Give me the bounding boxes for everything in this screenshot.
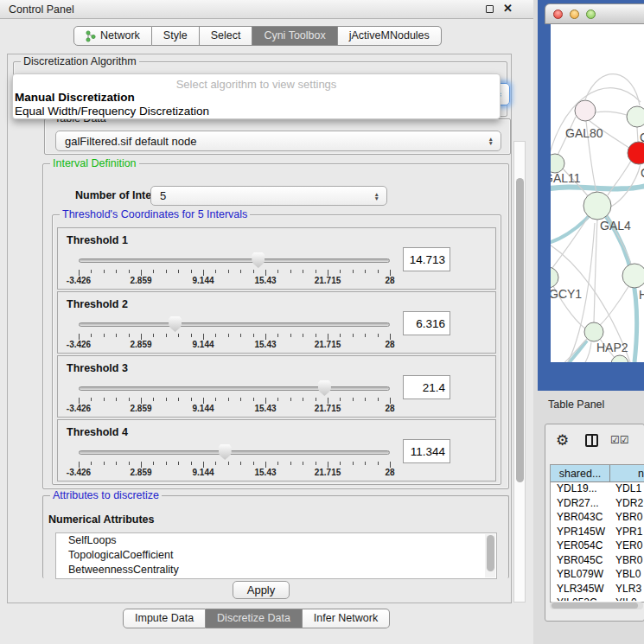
node-label: GAL11	[551, 171, 581, 185]
network-node-gal80[interactable]	[575, 100, 596, 121]
list-scrollbar[interactable]	[485, 534, 495, 577]
slider-tick	[265, 398, 266, 404]
slider-handle[interactable]	[219, 444, 232, 460]
tab-style[interactable]: Style	[152, 26, 200, 46]
tick-label: 28	[364, 468, 416, 477]
columns-icon[interactable]	[585, 434, 598, 447]
network-node-hap2[interactable]	[584, 322, 603, 341]
group-title: Attributes to discretize	[50, 489, 162, 501]
tab-discretize-data[interactable]: Discretize Data	[206, 609, 303, 628]
threshold-label: Threshold 4	[67, 426, 128, 438]
attribute-list-item[interactable]: TopologicalCoefficient	[56, 548, 496, 563]
numerical-attributes-list[interactable]: SelfLoopsTopologicalCoefficientBetweenne…	[55, 532, 497, 579]
slider-handle[interactable]	[169, 316, 182, 332]
network-view-window[interactable]: GAL80GCGAL11GAL4GCY1HHAP2	[538, 0, 644, 391]
slider-tick	[153, 398, 154, 401]
slider-handle[interactable]	[252, 252, 265, 268]
tab-infer-network[interactable]: Infer Network	[303, 609, 390, 628]
slider-tick	[353, 462, 354, 465]
apply-button[interactable]: Apply	[233, 581, 290, 599]
control-panel: Control Panel ✕ NetworkStyleSelectCyni T…	[0, 0, 533, 644]
scrollbar-thumb[interactable]	[487, 535, 494, 571]
table-row[interactable]: YDR27...YDR2	[551, 497, 644, 512]
network-node-g[interactable]	[627, 106, 644, 127]
table-data-combobox[interactable]: galFiltered.sif default node ▲▼	[55, 131, 501, 151]
close-traffic-light-icon[interactable]	[553, 10, 563, 19]
scrollbar-thumb[interactable]	[552, 603, 638, 609]
node-label: HAP2	[596, 341, 628, 354]
content-vertical-scrollbar[interactable]	[513, 141, 526, 603]
threshold-panel-1: Threshold 1-3.4262.8599.14415.4321.71528…	[57, 227, 496, 290]
slider-tick	[203, 270, 204, 276]
slider-tick	[340, 334, 341, 337]
tab-label: Cyni Toolbox	[264, 27, 325, 45]
column-header[interactable]: na	[610, 465, 644, 482]
table-row[interactable]: YBL079WYBL0	[551, 568, 644, 583]
float-window-icon[interactable]	[486, 5, 494, 13]
tab-cyni-toolbox[interactable]: Cyni Toolbox	[252, 26, 337, 46]
tab-network[interactable]: Network	[73, 26, 152, 46]
network-node-gcy1[interactable]	[551, 267, 558, 288]
slider-tick	[303, 270, 303, 273]
slider-tick	[153, 270, 154, 273]
table-horizontal-scrollbar[interactable]	[550, 602, 643, 609]
threshold-value-field[interactable]: 14.713	[403, 247, 450, 271]
slider-tick	[290, 334, 291, 337]
threshold-value-field[interactable]: 11.344	[403, 439, 450, 463]
scrollbar-thumb[interactable]	[516, 178, 524, 482]
table-cell: YDR2	[610, 497, 644, 512]
network-node-gal11[interactable]	[551, 154, 564, 173]
slider-tick	[129, 462, 130, 465]
close-icon[interactable]: ✕	[503, 2, 513, 15]
tick-label: -3.426	[53, 340, 105, 349]
network-node-h[interactable]	[622, 264, 644, 288]
attribute-list-item[interactable]: BetweennessCentrality	[56, 563, 496, 577]
slider-tick	[390, 334, 391, 340]
select-checkboxes-icon[interactable]: ☑☑	[610, 434, 629, 446]
slider-tick	[104, 398, 105, 401]
column-header[interactable]: shared...	[551, 465, 610, 482]
slider-tick	[365, 270, 366, 273]
table-row[interactable]: YER054CYER0	[551, 539, 644, 554]
algorithm-option[interactable]: Manual Discretization	[15, 91, 135, 104]
slider-tick	[129, 398, 130, 401]
table-row[interactable]: YPR145WYPR1	[551, 526, 644, 540]
slider-track[interactable]	[79, 322, 390, 327]
number-of-intervals-combobox[interactable]: 5 ▲▼	[150, 186, 387, 206]
table-cell: YBR043C	[551, 511, 610, 526]
table-row[interactable]: YLR345WYLR3	[551, 583, 644, 597]
node-label: GCY1	[551, 287, 582, 301]
slider-handle[interactable]	[318, 380, 331, 396]
tick-label: 9.144	[177, 404, 229, 413]
network-node-c[interactable]	[628, 142, 644, 164]
table-row[interactable]: YIL052CYIL0	[551, 596, 644, 601]
table-row[interactable]: YBR043CYBR0	[551, 511, 644, 526]
slider-tick	[328, 334, 328, 340]
zoom-traffic-light-icon[interactable]	[586, 10, 596, 19]
slider-tick	[178, 398, 179, 401]
threshold-value-field[interactable]: 21.4	[403, 375, 450, 399]
node-label: C	[641, 166, 644, 180]
slider-tick	[91, 270, 92, 273]
slider-tick	[141, 334, 142, 340]
gear-icon[interactable]: ⚙	[556, 431, 569, 450]
slider-tick	[141, 270, 142, 276]
slider-tick	[353, 334, 354, 337]
slider-tick	[191, 270, 192, 273]
table-row[interactable]: YBR045CYBR0	[551, 554, 644, 569]
table-row[interactable]: YDL19...YDL1	[551, 482, 644, 497]
network-canvas[interactable]: GAL80GCGAL11GAL4GCY1HHAP2	[551, 24, 644, 362]
minimize-traffic-light-icon[interactable]	[570, 10, 579, 19]
threshold-value-field[interactable]: 6.316	[403, 311, 450, 335]
slider-track[interactable]	[79, 450, 390, 455]
network-window-titlebar[interactable]	[545, 3, 644, 24]
attribute-list-item[interactable]: SelfLoops	[56, 533, 496, 548]
tab-impute-data[interactable]: Impute Data	[123, 609, 206, 628]
tab-jactivemnodules[interactable]: jActiveMNodules	[338, 26, 442, 46]
slider-track[interactable]	[79, 386, 390, 391]
tab-select[interactable]: Select	[200, 26, 253, 46]
slider-track[interactable]	[79, 258, 390, 263]
algorithm-option[interactable]: Equal Width/Frequency Discretization	[15, 105, 209, 118]
network-node-gal4[interactable]	[583, 192, 611, 220]
slider-tick	[378, 462, 379, 465]
